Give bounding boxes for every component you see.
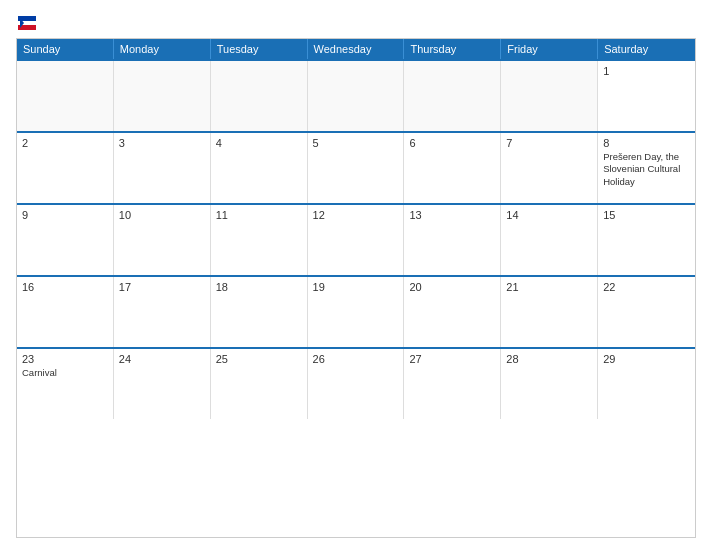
cal-cell: 11 <box>211 205 308 275</box>
cal-cell: 18 <box>211 277 308 347</box>
cal-cell <box>17 61 114 131</box>
day-number: 22 <box>603 281 690 293</box>
cal-cell: 17 <box>114 277 211 347</box>
cal-cell: 10 <box>114 205 211 275</box>
day-number: 7 <box>506 137 592 149</box>
cal-cell: 29 <box>598 349 695 419</box>
cal-cell: 20 <box>404 277 501 347</box>
day-header-tuesday: Tuesday <box>211 39 308 59</box>
cal-cell: 1 <box>598 61 695 131</box>
cal-cell: 2 <box>17 133 114 203</box>
cal-cell <box>114 61 211 131</box>
cal-cell <box>404 61 501 131</box>
day-number: 28 <box>506 353 592 365</box>
week-row-2: 2345678Prešeren Day, the Slovenian Cultu… <box>17 131 695 203</box>
day-number: 12 <box>313 209 399 221</box>
cal-cell: 25 <box>211 349 308 419</box>
cal-cell: 23Carnival <box>17 349 114 419</box>
day-number: 26 <box>313 353 399 365</box>
cal-cell: 3 <box>114 133 211 203</box>
day-number: 2 <box>22 137 108 149</box>
cal-cell <box>308 61 405 131</box>
cal-cell: 14 <box>501 205 598 275</box>
logo <box>16 16 38 30</box>
cal-cell: 26 <box>308 349 405 419</box>
cal-cell: 21 <box>501 277 598 347</box>
day-number: 8 <box>603 137 690 149</box>
day-number: 10 <box>119 209 205 221</box>
cal-cell: 22 <box>598 277 695 347</box>
day-number: 3 <box>119 137 205 149</box>
cal-cell: 9 <box>17 205 114 275</box>
day-number: 11 <box>216 209 302 221</box>
day-number: 18 <box>216 281 302 293</box>
calendar: SundayMondayTuesdayWednesdayThursdayFrid… <box>16 38 696 538</box>
header <box>16 16 696 30</box>
day-header-wednesday: Wednesday <box>308 39 405 59</box>
day-number: 1 <box>603 65 690 77</box>
day-number: 13 <box>409 209 495 221</box>
day-header-friday: Friday <box>501 39 598 59</box>
day-number: 19 <box>313 281 399 293</box>
cal-cell: 15 <box>598 205 695 275</box>
day-number: 29 <box>603 353 690 365</box>
day-number: 15 <box>603 209 690 221</box>
cal-cell: 4 <box>211 133 308 203</box>
cal-cell: 5 <box>308 133 405 203</box>
cal-cell: 7 <box>501 133 598 203</box>
day-number: 27 <box>409 353 495 365</box>
day-number: 6 <box>409 137 495 149</box>
cal-cell: 28 <box>501 349 598 419</box>
cal-cell: 27 <box>404 349 501 419</box>
day-number: 24 <box>119 353 205 365</box>
day-header-sunday: Sunday <box>17 39 114 59</box>
calendar-header: SundayMondayTuesdayWednesdayThursdayFrid… <box>17 39 695 59</box>
event-text: Carnival <box>22 367 108 379</box>
cal-cell: 13 <box>404 205 501 275</box>
cal-cell: 8Prešeren Day, the Slovenian Cultural Ho… <box>598 133 695 203</box>
day-number: 25 <box>216 353 302 365</box>
day-number: 21 <box>506 281 592 293</box>
cal-cell: 12 <box>308 205 405 275</box>
page: SundayMondayTuesdayWednesdayThursdayFrid… <box>0 0 712 550</box>
event-text: Prešeren Day, the Slovenian Cultural Hol… <box>603 151 690 188</box>
day-number: 5 <box>313 137 399 149</box>
calendar-body: 12345678Prešeren Day, the Slovenian Cult… <box>17 59 695 419</box>
week-row-1: 1 <box>17 59 695 131</box>
cal-cell: 24 <box>114 349 211 419</box>
cal-cell: 19 <box>308 277 405 347</box>
day-number: 4 <box>216 137 302 149</box>
cal-cell: 16 <box>17 277 114 347</box>
day-number: 20 <box>409 281 495 293</box>
day-number: 17 <box>119 281 205 293</box>
day-number: 23 <box>22 353 108 365</box>
day-number: 9 <box>22 209 108 221</box>
week-row-5: 23Carnival242526272829 <box>17 347 695 419</box>
cal-cell: 6 <box>404 133 501 203</box>
cal-cell <box>501 61 598 131</box>
week-row-4: 16171819202122 <box>17 275 695 347</box>
day-header-thursday: Thursday <box>404 39 501 59</box>
day-number: 16 <box>22 281 108 293</box>
day-number: 14 <box>506 209 592 221</box>
day-header-monday: Monday <box>114 39 211 59</box>
week-row-3: 9101112131415 <box>17 203 695 275</box>
cal-cell <box>211 61 308 131</box>
logo-icon <box>18 16 36 30</box>
day-header-saturday: Saturday <box>598 39 695 59</box>
